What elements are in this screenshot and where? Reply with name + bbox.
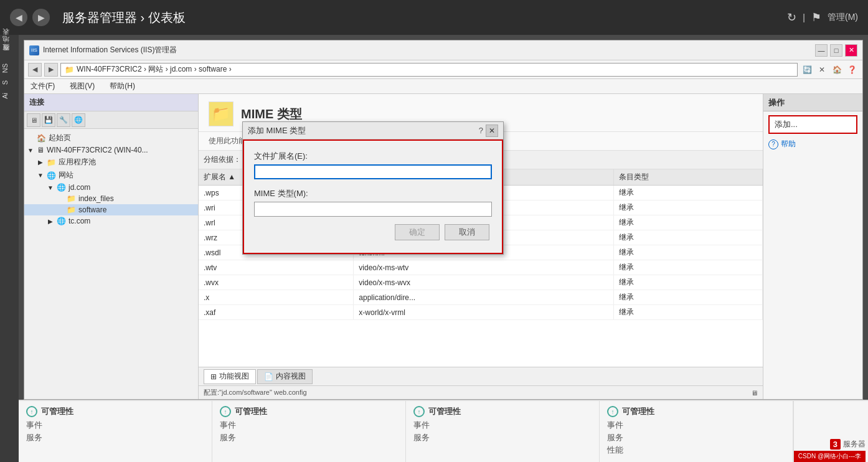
menu-view[interactable]: 视图(V): [67, 80, 97, 93]
conn-tool-save[interactable]: 💾: [42, 113, 55, 127]
tree-item-jdcom[interactable]: ▼ 🌐 jd.com: [24, 182, 198, 193]
close-button[interactable]: ✕: [845, 44, 857, 57]
dialog-ok-button[interactable]: 确定: [395, 224, 440, 240]
dialog-close-button[interactable]: ✕: [486, 125, 498, 137]
tree-item-tccom[interactable]: ▶ 🌐 tc.com: [24, 215, 198, 227]
tab-content-view[interactable]: 📄 内容视图: [257, 369, 313, 384]
divider: |: [803, 12, 805, 22]
dash-item-2-1[interactable]: 事件: [220, 420, 398, 431]
dialog-cancel-button[interactable]: 取消: [445, 224, 489, 240]
conn-tool-settings[interactable]: 🔧: [57, 113, 70, 127]
dialog-help-icon[interactable]: ?: [479, 126, 483, 135]
refresh-icon[interactable]: ↻: [787, 11, 796, 24]
actions-header: 操作: [763, 94, 862, 111]
dash-item-2-2[interactable]: 服务: [220, 432, 398, 443]
dash-item-1-2[interactable]: 服务: [26, 432, 204, 443]
dash-item-4-2[interactable]: 服务: [607, 432, 785, 443]
tree-expand-apppool: ▶: [37, 159, 44, 166]
status-text: 配置:"jd.com/software" web.config: [204, 388, 307, 397]
add-mime-button[interactable]: 添加...: [768, 115, 857, 134]
dash-item-4-1[interactable]: 事件: [607, 420, 785, 431]
help-circle-icon: ?: [768, 139, 778, 149]
dash-item-1-1[interactable]: 事件: [26, 420, 204, 431]
tree-expand-server: ▼: [27, 147, 34, 154]
iis-window-wrapper: IIS Internet Information Services (IIS)管…: [19, 35, 868, 462]
main-area: 表 地 有限 NS S Ai IIS Internet Information …: [0, 35, 868, 462]
back-button[interactable]: ◀: [10, 9, 27, 26]
csdn-area: 3 服务器 CSDN @网络小白---李: [793, 401, 868, 462]
help-link[interactable]: ? 帮助: [763, 138, 862, 151]
addr-back-button[interactable]: ◀: [28, 63, 42, 77]
dialog-titlebar: 添加 MIME 类型 ? ✕: [243, 122, 503, 139]
dash-item-3-1[interactable]: 事件: [413, 420, 592, 431]
tree-item-server[interactable]: ▼ 🖥 WIN-40FF73CRIC2 (WIN-40...: [24, 144, 198, 156]
iis-app-icon: IIS: [29, 45, 39, 55]
dash-item-4-3[interactable]: 性能: [607, 445, 785, 456]
addr-help-icon[interactable]: ❓: [845, 63, 859, 77]
table-row[interactable]: .wtv video/x-ms-wtv 继承: [199, 260, 763, 275]
manage-label[interactable]: 管理(M): [828, 12, 858, 23]
dash-title-4: 可管理性: [622, 406, 654, 417]
col-type[interactable]: 条目类型: [614, 169, 763, 186]
tree-item-home[interactable]: 🏠 起始页: [24, 131, 198, 144]
tree-icon-tccom: 🌐: [57, 217, 66, 225]
connection-tree: 🏠 起始页 ▼ 🖥 WIN-40FF73CRIC2 (WIN-40... ▶ 📁…: [24, 129, 198, 399]
right-panel-label[interactable]: 服务器: [843, 439, 866, 450]
tree-item-software[interactable]: 📁 software: [24, 204, 198, 215]
cell-mime: x-world/x-vrml: [354, 305, 614, 320]
left-strip-item-ai: Ai: [0, 89, 19, 103]
table-row[interactable]: .wvx video/x-ms-wvx 继承: [199, 275, 763, 290]
conn-tool-network[interactable]: 🌐: [72, 113, 85, 127]
add-mime-dialog: 添加 MIME 类型 ? ✕ 文件扩展名(E): MIME 类型(M): 确定 …: [242, 121, 504, 255]
dash-col-4: ↑ 可管理性 事件 服务 性能: [600, 401, 793, 462]
dash-col-2: ↑ 可管理性 事件 服务: [212, 401, 406, 462]
status-bar: 配置:"jd.com/software" web.config 🖥: [199, 385, 763, 399]
dash-header-1: ↑ 可管理性: [26, 406, 204, 417]
addr-refresh-icon[interactable]: 🔄: [800, 63, 814, 77]
ext-input[interactable]: [254, 164, 492, 179]
content-view-icon: 📄: [264, 372, 273, 381]
left-strip-item-2: 地: [0, 45, 19, 52]
mime-title: MIME 类型: [241, 106, 302, 123]
tab-feature-view[interactable]: ⊞ 功能视图: [204, 369, 256, 384]
tree-item-indexfiles[interactable]: 📁 index_files: [24, 193, 198, 204]
minimize-button[interactable]: —: [815, 44, 828, 57]
connection-panel: 连接 🖥 💾 🔧 🌐 🏠 起始页 ▼: [24, 94, 199, 399]
iis-menubar: 文件(F) 视图(V) 帮助(H): [24, 79, 862, 94]
table-row[interactable]: .xaf x-world/x-vrml 继承: [199, 305, 763, 320]
menu-help[interactable]: 帮助(H): [107, 80, 138, 93]
addr-forward-button[interactable]: ▶: [44, 63, 58, 77]
conn-tool-monitor[interactable]: 🖥: [27, 113, 40, 127]
iis-window-controls: — □ ✕: [815, 44, 857, 57]
dash-circle-1: ↑: [26, 406, 37, 417]
dash-item-3-2[interactable]: 服务: [413, 432, 592, 443]
feature-view-icon: ⊞: [210, 372, 217, 381]
left-strip-item-5: S: [0, 77, 19, 88]
addr-home-icon[interactable]: 🏠: [830, 63, 844, 77]
path-text: WIN-40FF73CRIC2 › 网站 › jd.com › software…: [77, 64, 232, 75]
tree-icon-server: 🖥: [37, 146, 44, 154]
tree-item-sites[interactable]: ▼ 🌐 网站: [24, 169, 198, 182]
top-bar-nav: ◀ ▶: [10, 9, 50, 26]
maximize-button[interactable]: □: [830, 44, 842, 57]
dashboard-strip: ↑ 可管理性 事件 服务 ↑ 可管理性 事件 服务 ↑ 可管理性 事件: [19, 400, 868, 462]
dash-circle-4: ↑: [607, 406, 618, 417]
cell-mime: application/dire...: [354, 290, 614, 305]
left-strip-item-3: 有限: [0, 52, 19, 60]
flag-icon[interactable]: ⚑: [811, 11, 821, 24]
csdn-text-badge: CSDN @网络小白---李: [794, 451, 866, 462]
content-view-label: 内容视图: [276, 371, 306, 382]
table-row[interactable]: .x application/dire... 继承: [199, 290, 763, 305]
mime-input[interactable]: [254, 202, 492, 217]
tree-item-apppool[interactable]: ▶ 📁 应用程序池: [24, 156, 198, 169]
tree-label-sites: 网站: [59, 170, 73, 181]
iis-titlebar: IIS Internet Information Services (IIS)管…: [24, 40, 862, 60]
tree-label-tccom: tc.com: [68, 217, 90, 225]
tree-expand-jdcom: ▼: [47, 184, 54, 191]
tree-label-home: 起始页: [49, 133, 71, 143]
addr-stop-icon[interactable]: ✕: [815, 63, 829, 77]
menu-file[interactable]: 文件(F): [28, 80, 57, 93]
connection-header: 连接: [24, 94, 198, 111]
forward-button[interactable]: ▶: [32, 9, 50, 26]
dash-col-3: ↑ 可管理性 事件 服务: [406, 401, 600, 462]
